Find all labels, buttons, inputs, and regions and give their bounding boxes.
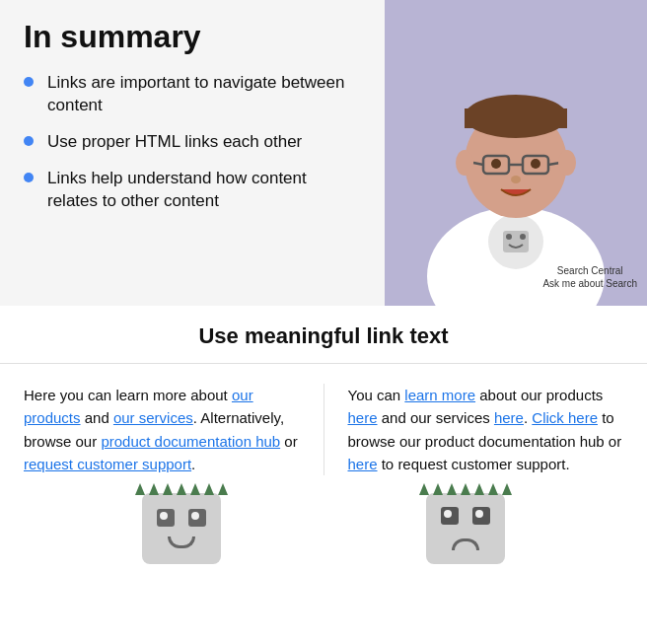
bullet-dot <box>24 136 34 146</box>
top-section: In summary Links are important to naviga… <box>0 0 647 306</box>
robot-hair-happy <box>135 483 228 495</box>
slide-panel: In summary Links are important to naviga… <box>0 0 385 306</box>
robot-eyes-happy <box>157 509 206 527</box>
bullet-text-2: Use proper HTML links each other <box>47 131 302 154</box>
hair-spike <box>461 483 470 495</box>
text-r2: about our products <box>475 387 603 403</box>
svg-point-15 <box>491 159 501 169</box>
right-column: You can learn more about our products he… <box>324 384 648 475</box>
text-end: . <box>191 456 195 472</box>
link-customer-support[interactable]: request customer support <box>24 456 191 472</box>
link-here-2[interactable]: here <box>494 409 524 426</box>
text-and: and <box>81 409 113 426</box>
link-learn-more[interactable]: learn more <box>404 387 475 403</box>
hair-spike <box>149 483 159 495</box>
badge-line2: Ask me about Search <box>542 278 637 289</box>
bottom-section: Use meaningful link text Here you can le… <box>0 306 647 576</box>
hair-spike <box>135 483 145 495</box>
text-or: or <box>280 433 298 450</box>
bullet-dot <box>24 173 34 182</box>
hair-spike <box>419 483 429 495</box>
slide-title: In summary <box>24 20 361 54</box>
hair-spike <box>433 483 443 495</box>
list-item: Links are important to navigate between … <box>24 72 361 117</box>
link-click-here[interactable]: Click here <box>532 409 598 426</box>
robot-mouth-sad <box>452 538 479 550</box>
link-product-doc[interactable]: product documentation hub <box>101 433 280 450</box>
hair-spike <box>163 483 173 495</box>
robot-eye-left <box>157 509 175 527</box>
bullet-text-3: Links help understand how content relate… <box>47 168 361 213</box>
robot-hair-sad <box>419 483 512 495</box>
hair-spike <box>502 483 512 495</box>
robot-eyes-sad <box>441 507 490 525</box>
happy-robot-face <box>142 493 221 564</box>
robot-row <box>0 475 647 576</box>
hair-spike <box>447 483 457 495</box>
sad-robot-face <box>426 493 505 564</box>
svg-point-17 <box>511 176 521 183</box>
video-panel: Search Central Ask me about Search <box>385 0 647 306</box>
content-area: Here you can learn more about our produc… <box>0 364 647 475</box>
search-central-badge: Search Central Ask me about Search <box>542 264 637 290</box>
sad-robot-container <box>426 493 505 564</box>
svg-rect-9 <box>465 108 567 128</box>
text-r1: You can <box>348 387 405 403</box>
person-illustration <box>385 0 647 306</box>
happy-robot-container <box>142 493 221 564</box>
right-paragraph: You can learn more about our products he… <box>348 384 624 475</box>
bullet-list: Links are important to navigate between … <box>24 72 361 227</box>
hair-spike <box>190 483 200 495</box>
svg-point-18 <box>456 150 473 176</box>
hair-spike <box>177 483 186 495</box>
svg-point-19 <box>558 150 576 176</box>
badge-line1: Search Central <box>557 265 623 276</box>
bullet-text-1: Links are important to navigate between … <box>47 72 361 117</box>
list-item: Use proper HTML links each other <box>24 131 361 154</box>
svg-rect-3 <box>503 231 529 252</box>
hair-spike <box>218 483 228 495</box>
text-r3: and our services <box>378 409 494 426</box>
hair-spike <box>204 483 214 495</box>
robot-eye-right-sad <box>472 507 490 525</box>
svg-point-16 <box>531 159 540 169</box>
svg-point-5 <box>520 234 526 240</box>
section-title: Use meaningful link text <box>0 306 647 364</box>
text-before: Here you can learn more about <box>24 387 232 403</box>
left-paragraph: Here you can learn more about our produc… <box>24 384 300 475</box>
text-r6: to request customer support. <box>378 456 570 472</box>
list-item: Links help understand how content relate… <box>24 168 361 213</box>
hair-spike <box>474 483 484 495</box>
robot-eye-right <box>188 509 206 527</box>
left-column: Here you can learn more about our produc… <box>0 384 324 475</box>
hair-spike <box>488 483 498 495</box>
link-here-1[interactable]: here <box>348 409 378 426</box>
link-here-3[interactable]: here <box>348 456 378 472</box>
robot-eye-left-sad <box>441 507 459 525</box>
robot-mouth-happy <box>168 537 195 548</box>
link-our-services[interactable]: our services <box>113 409 193 426</box>
svg-point-4 <box>506 234 512 240</box>
bullet-dot <box>24 77 34 87</box>
